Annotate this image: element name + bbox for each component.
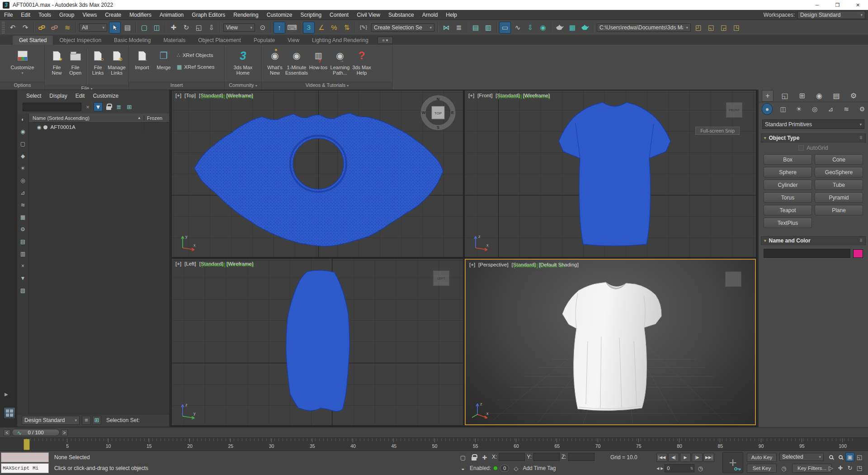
named-selection-dropdown[interactable]: Create Selection Se▾ [371,24,434,32]
angle-snap-icon[interactable]: ∠ [316,22,327,33]
ribbon-whats-new-button[interactable]: ◉✶ What's New [264,47,285,76]
cameras-category[interactable]: ◎ [809,103,820,115]
time-configuration-icon[interactable]: ◷ [696,464,705,473]
ribbon-file-links-button[interactable]: ⊃ File Links [89,47,107,76]
menu-animation[interactable]: Animation [156,10,188,20]
ribbon-merge-button[interactable]: ❐ Merge [153,47,174,70]
unlink-selection-icon[interactable] [49,22,61,33]
viewport-perspective-active[interactable]: [+] [Perspective] [Standard][Standard] [… [465,259,756,425]
hierarchy-view-icon[interactable]: ≣ [114,102,123,111]
viewport-standard[interactable]: [Standard][Standard] [Wireframe] [199,261,223,266]
ribbon-file-open-button[interactable]: File Open [66,47,84,76]
percent-snap-icon[interactable]: % [328,22,340,33]
play-button[interactable]: ▶ [680,453,691,462]
clear-search-icon[interactable]: × [83,102,92,111]
zoom-all-icon[interactable] [836,452,845,461]
ribbon-essentials-button[interactable]: ◉ 1-Minute Essentials [286,47,307,76]
explorer-filter-cameras-icon[interactable]: ◎ [19,176,27,185]
previous-frame-button[interactable]: ◀| [668,453,679,462]
zoom-extents-selected-icon[interactable]: ▣ [845,452,854,461]
explorer-filter-selected-icon[interactable]: ◉ [19,128,27,136]
viewport-standard[interactable]: [Standard][Standard] [Wireframe] [495,93,519,98]
viewport-front[interactable]: [+] [Front] [Standard][Standard] [Wirefr… [465,90,756,257]
viewcube[interactable]: N E S W TOP [419,93,458,132]
viewcube-faint[interactable] [725,271,741,287]
next-frame-button[interactable]: |▶ [692,453,703,462]
maxscript-input[interactable]: MA​XScript Mi [1,463,49,473]
absolute-mode-icon[interactable]: ✚ [480,453,489,462]
curve-editor-icon[interactable]: ∿ [512,22,524,33]
tube-button[interactable]: Tube [815,180,863,190]
menu-graph-editors[interactable]: Graph Editors [188,10,229,20]
material-editor-icon[interactable]: ◉ [537,22,549,33]
explorer-workspace-dropdown[interactable]: Design Standard▾ [22,416,80,425]
column-frozen[interactable]: Frozen [144,115,169,121]
ribbon-3dsmax-home-button[interactable]: 3 3ds Max Home [233,47,254,76]
mini-curve-editor-icon[interactable]: ∿ [17,430,22,436]
menu-help[interactable]: Help [442,10,461,20]
viewcube-faint[interactable]: FRONT [726,102,742,118]
ribbon-xref-scenes-button[interactable]: ▦XRef Scenes [177,61,214,73]
workspace-dropdown[interactable]: Design Standard▾ [797,11,865,19]
ribbon-group-label-options[interactable]: Options [0,81,45,90]
maximize-viewport-icon[interactable]: ◳ [855,463,864,472]
auto-key-button[interactable]: Auto Key [747,453,777,462]
use-pivot-point-center-icon[interactable]: ⊙ [257,22,269,33]
object-name[interactable]: AFT0001A [51,124,75,130]
display-tab[interactable]: ▤ [830,90,842,102]
menu-scripting[interactable]: Scripting [296,10,326,20]
ribbon-group-label-community[interactable]: Community ▾ [225,81,261,90]
viewport-menu-plus[interactable]: [+] [175,93,181,98]
go-to-start-button[interactable]: |◀◀ [656,453,667,462]
menu-content[interactable]: Content [326,10,353,20]
toggle-layer-explorer-icon[interactable]: ▥ [482,22,494,33]
minimize-button[interactable]: ─ [807,0,827,10]
explorer-row-aft0001a[interactable]: ◉ AFT0001A [29,123,169,132]
ribbon-tab-object-placement[interactable]: Object Placement [192,36,247,45]
add-time-tag-button[interactable]: Add Time Tag [523,465,556,471]
track-bar[interactable]: 0510152025303540455055606570758085909510… [0,437,868,451]
keyboard-override-icon[interactable]: ⌨ [286,22,298,33]
menu-substance[interactable]: Substance [384,10,418,20]
name-color-rollout-header[interactable]: ▾ Name and Color ⠿ [761,236,866,245]
maxscript-mini-listener[interactable] [1,452,49,462]
menu-create[interactable]: Create [101,10,125,20]
explorer-menu-edit[interactable]: Edit [72,92,89,100]
render-setup-icon[interactable] [554,22,566,33]
rendered-frame-window-icon[interactable]: ▦ [566,22,578,33]
ribbon-manage-links-button[interactable]: ⚙ Manage Links [108,47,126,76]
ribbon-tab-materials[interactable]: Materials [157,36,192,45]
explorer-menu-select[interactable]: Select [23,92,45,100]
explorer-menu-customize[interactable]: Customize [89,92,122,100]
isolate-selection-icon[interactable]: ▢ [458,453,467,462]
utilities-tab[interactable]: ⚙ [848,90,859,102]
expand-all-icon[interactable]: ⊞ [125,102,134,111]
spin-left-icon[interactable]: ◀ [656,466,659,470]
viewport-layout-tabs-button[interactable] [4,407,15,419]
visibility-eye-icon[interactable]: ◉ [37,124,42,130]
enabled-status-dot[interactable] [493,466,498,470]
toolbar-drag-handle[interactable] [2,22,5,33]
previous-frame-button[interactable]: < [4,429,10,436]
ribbon-overflow-button[interactable]: ≡▾ [377,37,393,44]
asset-tool-icon-2[interactable]: ◱ [705,22,717,33]
align-icon[interactable]: ≣ [453,22,465,33]
select-and-rotate-icon[interactable]: ↻ [180,22,192,33]
explorer-menu-display[interactable]: Display [46,92,71,100]
zoom-icon[interactable] [826,452,835,461]
asset-tool-icon-3[interactable]: ◲ [718,22,730,33]
explorer-filter-spacewarps-icon[interactable]: ≋ [19,201,27,209]
reference-coordinate-dropdown[interactable]: View▾ [223,24,255,32]
ribbon-tab-populate[interactable]: Populate [247,36,281,45]
menu-group[interactable]: Group [55,10,78,20]
y-coordinate-field[interactable] [533,453,560,461]
select-object-icon[interactable] [109,22,121,33]
ribbon-group-label-insert[interactable]: Insert [129,81,224,90]
viewcube-faint[interactable]: LEFT [433,271,449,286]
ribbon-tab-basic-modeling[interactable]: Basic Modeling [108,36,157,45]
menu-modifiers[interactable]: Modifiers [125,10,156,20]
project-folder-dropdown[interactable]: C:\Users\redwa\Documents\3ds Max 2022▾ [597,24,691,32]
window-crossing-icon[interactable]: ◫ [151,22,163,33]
select-and-move-icon[interactable]: ✚ [168,22,179,33]
zoom-extents-all-icon[interactable]: ◱ [855,452,864,461]
